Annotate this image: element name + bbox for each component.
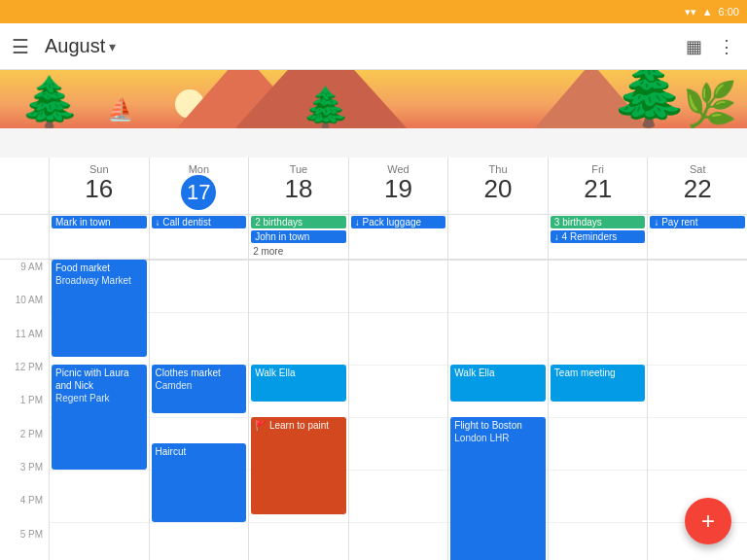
allday-mon: ↓ Call dentist xyxy=(149,215,249,259)
event-picnic[interactable]: Picnic with Laura and Nick Regent Park xyxy=(52,365,147,470)
status-bar: ▾▾ ▲ 6:00 xyxy=(0,0,747,23)
event-haircut[interactable]: Haircut xyxy=(152,443,247,522)
allday-more-tue[interactable]: 2 more xyxy=(251,245,346,258)
tree1: 🌲 xyxy=(19,74,80,130)
event-4-reminders[interactable]: ↓ 4 Reminders xyxy=(551,230,646,243)
day-header-mon: Mon 17 xyxy=(149,158,249,214)
wifi-icon: ▾▾ xyxy=(685,6,696,18)
calendar-grid: Sun 16 Mon 17 Tue 18 Wed 19 Thu 20 Fri 2… xyxy=(0,158,747,560)
app-title: August ▾ xyxy=(45,35,116,57)
tree2: 🌲 xyxy=(302,85,350,130)
event-food-market[interactable]: Food market Broadway Market xyxy=(52,260,147,357)
hero-ground xyxy=(0,128,747,158)
event-3-birthdays[interactable]: 3 birthdays xyxy=(551,216,646,228)
day-col-wed xyxy=(348,260,448,560)
event-clothes-market[interactable]: Clothes market Camden xyxy=(152,365,247,413)
allday-sun: Mark in town xyxy=(49,215,149,259)
time-12pm: 12 PM xyxy=(0,360,49,393)
event-walk-ella-tue[interactable]: Walk Ella xyxy=(251,365,346,402)
event-flight-boston[interactable]: Flight to Boston London LHR xyxy=(450,417,546,560)
toolbar-actions: ▦ ⋮ xyxy=(686,36,735,57)
time: 6:00 xyxy=(719,6,739,18)
day-headers: Sun 16 Mon 17 Tue 18 Wed 19 Thu 20 Fri 2… xyxy=(0,158,747,215)
event-pack-luggage[interactable]: ↓ Pack luggage xyxy=(351,216,446,228)
day-col-thu: Walk Ella Flight to Boston London LHR xyxy=(447,260,548,560)
time-gutter-header xyxy=(0,158,49,214)
time-1pm: 1 PM xyxy=(0,393,49,426)
tree4: 🌿 xyxy=(683,79,737,130)
day-header-fri: Fri 21 xyxy=(548,158,648,214)
allday-gutter xyxy=(0,215,49,259)
app-bar: ☰ August ▾ ▦ ⋮ xyxy=(0,23,747,70)
day-col-mon: Clothes market Camden Haircut Call with … xyxy=(149,260,249,560)
time-11am: 11 AM xyxy=(0,327,49,360)
tree3: 🌲 xyxy=(610,70,689,130)
month-label: August xyxy=(45,35,105,57)
day-col-tue: Walk Ella 🚩 Learn to paint xyxy=(248,260,348,560)
event-learn-paint[interactable]: 🚩 Learn to paint xyxy=(251,417,346,514)
day-header-wed: Wed 19 xyxy=(348,158,448,214)
signal-icon: ▲ xyxy=(702,6,713,18)
day-header-sun: Sun 16 xyxy=(49,158,149,214)
hero-illustration: 🌲 🌲 🌲 🌿 ⛵ xyxy=(0,70,747,158)
event-mark-in-town[interactable]: Mark in town xyxy=(52,216,147,228)
event-pay-rent[interactable]: ↓ Pay rent xyxy=(650,216,745,228)
time-10am: 10 AM xyxy=(0,293,49,326)
event-john-in-town[interactable]: John in town xyxy=(251,230,346,243)
calendar-icon[interactable]: ▦ xyxy=(686,36,702,57)
day-col-fri: Team meeting xyxy=(548,260,648,560)
allday-thu xyxy=(447,215,548,259)
day-header-tue: Tue 18 xyxy=(248,158,348,214)
allday-tue: 2 birthdays John in town 2 more xyxy=(248,215,348,259)
add-event-button[interactable]: + xyxy=(685,498,731,544)
more-icon[interactable]: ⋮ xyxy=(718,36,735,57)
time-labels: 9 AM 10 AM 11 AM 12 PM 1 PM 2 PM 3 PM 4 … xyxy=(0,260,49,560)
time-grid: 9 AM 10 AM 11 AM 12 PM 1 PM 2 PM 3 PM 4 … xyxy=(0,260,747,560)
allday-row: Mark in town ↓ Call dentist 2 birthdays … xyxy=(0,215,747,260)
time-3pm: 3 PM xyxy=(0,460,49,493)
event-team-meeting[interactable]: Team meeting xyxy=(551,365,646,402)
allday-fri: 3 birthdays ↓ 4 Reminders xyxy=(548,215,648,259)
event-2-birthdays[interactable]: 2 birthdays xyxy=(251,216,346,228)
month-dropdown-arrow[interactable]: ▾ xyxy=(109,39,116,54)
event-walk-ella-thu[interactable]: Walk Ella xyxy=(450,365,546,402)
time-4pm: 4 PM xyxy=(0,493,49,526)
time-9am: 9 AM xyxy=(0,260,49,293)
day-columns: Food market Broadway Market Picnic with … xyxy=(49,260,747,560)
day-col-sun: Food market Broadway Market Picnic with … xyxy=(49,260,149,560)
allday-wed: ↓ Pack luggage xyxy=(348,215,448,259)
time-2pm: 2 PM xyxy=(0,427,49,460)
day-header-thu: Thu 20 xyxy=(447,158,548,214)
menu-icon[interactable]: ☰ xyxy=(12,35,29,58)
day-header-sat: Sat 22 xyxy=(647,158,747,214)
allday-sat: ↓ Pay rent xyxy=(647,215,747,259)
boat-decoration: ⛵ xyxy=(107,97,133,122)
event-call-dentist[interactable]: ↓ Call dentist xyxy=(152,216,247,228)
time-5pm: 5 PM xyxy=(0,527,49,560)
